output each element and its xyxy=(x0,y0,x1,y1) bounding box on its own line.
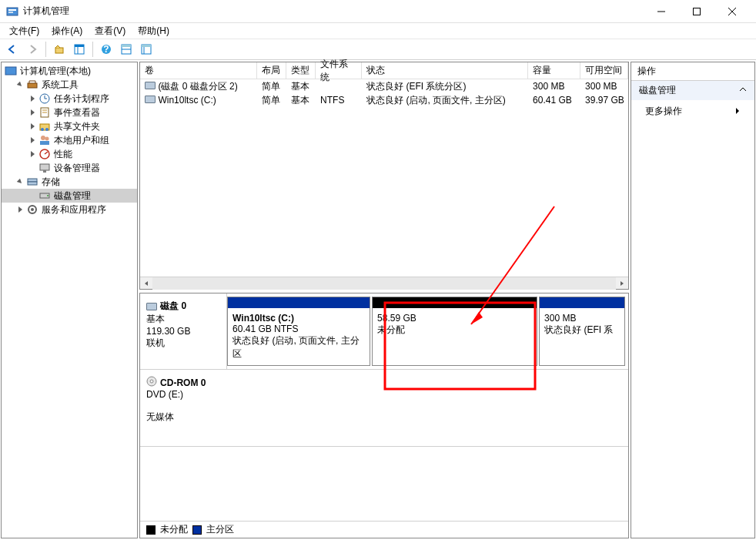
collapse-icon[interactable] xyxy=(739,86,747,96)
tree-devmgr[interactable]: 设备管理器 xyxy=(2,161,137,175)
col-free[interactable]: 可用空间 xyxy=(580,62,628,79)
legend-unalloc-label: 未分配 xyxy=(160,523,188,536)
partition-unalloc[interactable]: 58.59 GB 未分配 xyxy=(372,297,537,366)
partition-c[interactable]: Win10ltsc (C:) 60.41 GB NTFS 状态良好 (启动, 页… xyxy=(227,297,370,366)
minimize-button[interactable] xyxy=(644,0,679,23)
tree-label: 共享文件夹 xyxy=(54,120,100,133)
tree-label: 服务和应用程序 xyxy=(42,203,106,216)
scroll-right-icon[interactable] xyxy=(616,277,628,290)
col-volume[interactable]: 卷 xyxy=(140,62,257,79)
legend-primary-swatch xyxy=(192,525,202,535)
legend-unalloc-swatch xyxy=(146,525,156,535)
part-size: 300 MB xyxy=(544,313,620,324)
tree-label: 任务计划程序 xyxy=(54,92,109,106)
spacer xyxy=(28,191,37,200)
h-scrollbar[interactable] xyxy=(140,277,628,289)
toolbar-btn-b[interactable] xyxy=(137,41,156,58)
nav-pane[interactable]: 计算机管理(本地) 系统工具 任务计划程序 事件查看器 共享文件夹 xyxy=(1,62,138,538)
services-icon xyxy=(26,203,38,216)
col-fs[interactable]: 文件系统 xyxy=(316,62,362,79)
col-status[interactable]: 状态 xyxy=(362,62,528,79)
tree-eventv[interactable]: 事件查看器 xyxy=(2,106,137,119)
tree-localusers[interactable]: 本地用户和组 xyxy=(2,133,137,147)
tree-systools[interactable]: 系统工具 xyxy=(2,78,137,92)
help-button[interactable]: ? xyxy=(97,41,115,58)
close-button[interactable] xyxy=(714,0,750,23)
svg-line-34 xyxy=(45,152,48,154)
svg-point-42 xyxy=(31,208,34,211)
tree-tasksched[interactable]: 任务计划程序 xyxy=(2,92,137,106)
cdrom-icon xyxy=(146,376,157,389)
svg-rect-19 xyxy=(5,67,16,75)
volume-body: (磁盘 0 磁盘分区 2) 简单 基本 状态良好 (EFI 系统分区) 300 … xyxy=(140,79,628,277)
tree-shared[interactable]: 共享文件夹 xyxy=(2,119,137,133)
twisty-icon[interactable] xyxy=(28,94,37,103)
main: 计算机管理(本地) 系统工具 任务计划程序 事件查看器 共享文件夹 xyxy=(0,60,756,539)
twisty-icon[interactable] xyxy=(28,149,37,159)
vol-layout: 简单 xyxy=(257,79,286,94)
twisty-icon[interactable] xyxy=(28,122,37,131)
menu-file[interactable]: 文件(F) xyxy=(3,23,45,39)
tree-storage[interactable]: 存储 xyxy=(2,175,137,189)
vol-name: Win10ltsc (C:) xyxy=(158,95,216,106)
menu-view[interactable]: 查看(V) xyxy=(89,23,132,39)
actions-header: 操作 xyxy=(631,62,754,81)
cdrom-partitions xyxy=(227,370,628,446)
svg-rect-4 xyxy=(694,8,701,15)
col-type[interactable]: 类型 xyxy=(286,62,316,79)
vol-fs xyxy=(316,86,362,87)
maximize-button[interactable] xyxy=(679,0,714,23)
twisty-icon[interactable] xyxy=(28,136,37,145)
disk-row-0[interactable]: 磁盘 0 基本 119.30 GB 联机 Win10ltsc (C:) 60.4… xyxy=(140,293,628,370)
vol-free: 300 MB xyxy=(580,80,628,92)
scroll-left-icon[interactable] xyxy=(140,277,152,290)
twisty-icon[interactable] xyxy=(28,108,37,117)
col-capacity[interactable]: 容量 xyxy=(528,62,580,79)
tree-label: 事件查看器 xyxy=(54,106,100,119)
volume-list[interactable]: 卷 布局 类型 文件系统 状态 容量 可用空间 (磁盘 0 磁盘分区 2) 简单… xyxy=(139,62,629,290)
actions-more[interactable]: 更多操作 xyxy=(631,100,754,122)
tree-services[interactable]: 服务和应用程序 xyxy=(2,203,137,216)
menu-bar: 文件(F) 操作(A) 查看(V) 帮助(H) xyxy=(0,23,756,39)
toolbar: ? xyxy=(0,39,756,60)
twisty-icon[interactable] xyxy=(15,205,25,214)
cdrom-row[interactable]: CD-ROM 0 DVD (E:) 无媒体 xyxy=(140,370,628,447)
tree-root-label: 计算机管理(本地) xyxy=(20,65,91,78)
legend-primary-label: 主分区 xyxy=(206,523,234,536)
partition-efi[interactable]: 300 MB 状态良好 (EFI 系 xyxy=(539,297,625,366)
toolbar-btn-a[interactable] xyxy=(117,41,135,58)
menu-help[interactable]: 帮助(H) xyxy=(132,23,176,39)
tree-label: 本地用户和组 xyxy=(54,134,109,147)
disk-partitions: Win10ltsc (C:) 60.41 GB NTFS 状态良好 (启动, 页… xyxy=(227,293,628,369)
twisty-open-icon[interactable] xyxy=(15,177,25,186)
event-icon xyxy=(38,106,51,119)
tree-diskmgmt[interactable]: 磁盘管理 xyxy=(2,189,137,203)
vol-status: 状态良好 (启动, 页面文件, 主分区) xyxy=(362,93,528,108)
part-header-primary xyxy=(228,297,370,308)
actions-group[interactable]: 磁盘管理 xyxy=(631,81,754,100)
title-bar: 计算机管理 xyxy=(0,0,756,23)
view-button[interactable] xyxy=(70,41,89,58)
tree-root[interactable]: 计算机管理(本地) xyxy=(2,64,137,78)
disk-icon xyxy=(146,303,157,310)
part-size: 58.59 GB xyxy=(377,313,532,324)
actions-more-label: 更多操作 xyxy=(645,105,682,118)
cdrom-state: 无媒体 xyxy=(146,411,221,424)
col-layout[interactable]: 布局 xyxy=(257,62,286,79)
volume-row[interactable]: (磁盘 0 磁盘分区 2) 简单 基本 状态良好 (EFI 系统分区) 300 … xyxy=(140,79,628,93)
forward-button[interactable] xyxy=(23,41,42,58)
vol-cap: 300 MB xyxy=(528,80,580,92)
tree-perf[interactable]: 性能 xyxy=(2,147,137,161)
scroll-track[interactable] xyxy=(152,277,616,290)
part-title: Win10ltsc (C:) xyxy=(232,313,365,324)
volume-row[interactable]: Win10ltsc (C:) 简单 基本 NTFS 状态良好 (启动, 页面文件… xyxy=(140,93,628,107)
twisty-open-icon[interactable] xyxy=(15,80,25,89)
menu-action[interactable]: 操作(A) xyxy=(45,23,89,39)
up-button[interactable] xyxy=(50,41,69,58)
vol-free: 39.97 GB xyxy=(580,94,628,106)
tree-label: 磁盘管理 xyxy=(54,190,91,203)
back-button[interactable] xyxy=(3,41,22,58)
cdrom-name: CD-ROM 0 xyxy=(160,377,206,388)
part-header-primary xyxy=(540,297,624,308)
svg-text:?: ? xyxy=(103,44,109,55)
